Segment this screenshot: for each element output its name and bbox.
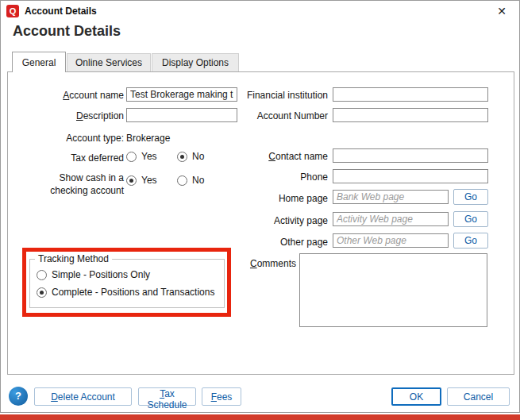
- tab-general[interactable]: General: [12, 52, 66, 72]
- account-name-label: Account name: [9, 90, 124, 101]
- radio-icon: [177, 152, 187, 162]
- radio-icon: [37, 270, 47, 280]
- account-type-label: Account type:: [9, 133, 124, 144]
- tab-online-services[interactable]: Online Services: [67, 53, 151, 71]
- activity-page-go-button[interactable]: Go: [453, 211, 488, 227]
- delete-account-button[interactable]: Delete Account: [34, 387, 132, 406]
- tab-display-options[interactable]: Display Options: [152, 53, 239, 71]
- radio-icon: [177, 175, 187, 186]
- contact-name-input[interactable]: [333, 148, 488, 163]
- contact-name-label: Contact name: [191, 151, 328, 162]
- radio-label: Yes: [141, 175, 157, 186]
- other-page-input[interactable]: [333, 233, 449, 248]
- phone-input[interactable]: [333, 169, 488, 183]
- page-title: Account Details: [13, 23, 121, 40]
- button-label: Fees: [211, 391, 233, 403]
- tracking-complete-radio[interactable]: Complete - Positions and Transactions: [37, 287, 214, 298]
- quicken-logo-icon: Q: [6, 5, 19, 17]
- button-label: Delete Account: [51, 391, 115, 403]
- radio-icon: [37, 287, 47, 298]
- phone-label: Phone: [191, 171, 328, 183]
- description-label: Description: [9, 110, 124, 121]
- button-label: Tax Schedule: [139, 388, 195, 410]
- close-icon[interactable]: ✕: [491, 2, 513, 20]
- financial-institution-input[interactable]: [333, 87, 488, 102]
- radio-label: Complete - Positions and Transactions: [52, 287, 214, 298]
- account-details-dialog: Q Account Details ✕ Account Details Gene…: [0, 0, 520, 413]
- show-cash-yes-radio[interactable]: Yes: [126, 175, 157, 186]
- radio-label: Yes: [141, 151, 157, 162]
- comments-textarea[interactable]: [299, 253, 487, 327]
- radio-label: Simple - Positions Only: [52, 269, 150, 280]
- other-page-go-button[interactable]: Go: [453, 233, 488, 249]
- show-cash-label: Show cash in a checking account: [44, 172, 124, 197]
- window-title: Account Details: [25, 6, 97, 17]
- tracking-simple-radio[interactable]: Simple - Positions Only: [37, 269, 150, 280]
- bottom-red-strip: [0, 414, 520, 420]
- fees-button[interactable]: Fees: [202, 387, 241, 406]
- other-page-label: Other page: [191, 237, 328, 248]
- radio-icon: [126, 152, 137, 162]
- tax-deferred-label: Tax deferred: [9, 152, 124, 164]
- ok-button[interactable]: OK: [391, 387, 441, 406]
- radio-icon: [126, 175, 137, 186]
- account-number-input[interactable]: [333, 108, 488, 122]
- button-label: OK: [410, 391, 423, 403]
- screenshot-canvas: Q Account Details ✕ Account Details Gene…: [0, 0, 520, 420]
- tracking-method-legend: Tracking Method: [35, 253, 112, 264]
- cancel-button[interactable]: Cancel: [447, 387, 510, 406]
- account-number-label: Account Number: [191, 110, 328, 121]
- help-icon[interactable]: ?: [9, 387, 28, 406]
- tax-schedule-button[interactable]: Tax Schedule: [138, 387, 196, 406]
- financial-institution-label: Financial institution: [191, 90, 328, 101]
- home-page-go-button[interactable]: Go: [453, 189, 488, 205]
- account-type-value: Brokerage: [126, 133, 170, 144]
- activity-page-input[interactable]: [333, 212, 449, 226]
- home-page-label: Home page: [191, 193, 328, 204]
- button-label: Cancel: [464, 391, 493, 403]
- comments-label: Comments: [191, 258, 296, 269]
- tax-deferred-yes-radio[interactable]: Yes: [126, 151, 157, 162]
- home-page-input[interactable]: [333, 190, 449, 204]
- title-bar: Q Account Details ✕: [1, 1, 519, 21]
- activity-page-label: Activity page: [191, 215, 328, 226]
